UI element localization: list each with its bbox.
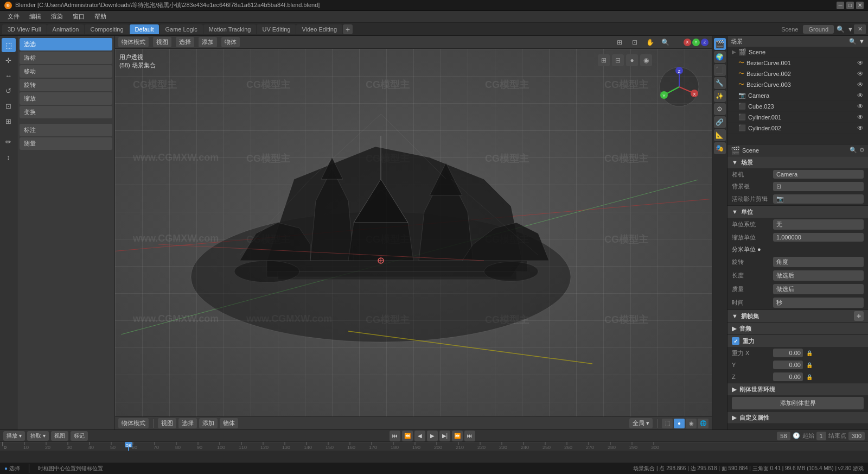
- visibility-icon-cyl1[interactable]: 👁: [857, 113, 864, 121]
- outliner-filter-icon[interactable]: ▼: [859, 38, 865, 45]
- viewport-area[interactable]: 用户透视 (58) 场景集合 CG模型主 CG模型主 CG模型主 CG模型主 C…: [115, 49, 712, 416]
- scene-section-header[interactable]: ▼ 场景: [727, 156, 868, 168]
- tab-3d-view-full[interactable]: 3D View Full: [2, 24, 47, 34]
- xray-toggle[interactable]: ⊟: [612, 54, 624, 66]
- tab-animation[interactable]: Animation: [47, 24, 85, 34]
- tab-game-logic[interactable]: Game Logic: [159, 24, 202, 34]
- tool-cursor[interactable]: ✛: [2, 53, 16, 67]
- visibility-icon-2[interactable]: 👁: [857, 70, 864, 78]
- audio-section-header[interactable]: ▶ 音频: [727, 323, 868, 334]
- outliner-item-bezier2[interactable]: 〜 BezierCurve.002 👁: [727, 68, 868, 79]
- props-settings-icon[interactable]: ⚙: [859, 147, 865, 154]
- visibility-icon-3[interactable]: 👁: [857, 81, 864, 89]
- collection-name[interactable]: Ground: [803, 25, 834, 34]
- prop-tab-modifier[interactable]: 🔧: [714, 77, 726, 89]
- tool-annotate[interactable]: ✏: [2, 135, 16, 149]
- object-btn-bottom[interactable]: 物体: [220, 418, 238, 428]
- prop-tab-physics[interactable]: ⚙: [714, 103, 726, 115]
- tab-uv-editing[interactable]: UV Editing: [257, 24, 296, 34]
- outliner-item-bezier3[interactable]: 〜 BezierCurve.003 👁: [727, 79, 868, 90]
- viewport-icon-1[interactable]: ⊞: [614, 37, 625, 48]
- timeline-body[interactable]: 0 10 20 30 40 50 58 60 70: [0, 442, 868, 463]
- mode-selector[interactable]: 物体模式: [118, 37, 149, 47]
- outliner-item-scene[interactable]: ▶ 🎬 Scene: [727, 47, 868, 58]
- panel-select-btn[interactable]: 选选: [20, 38, 112, 50]
- tool-scale[interactable]: ⊡: [2, 99, 16, 113]
- filter-icon[interactable]: ▼: [847, 26, 853, 33]
- add-btn-bottom[interactable]: 添加: [199, 418, 218, 428]
- add-rigidbody-button[interactable]: 添加刚体世界: [732, 397, 864, 409]
- step-fwd-btn[interactable]: ▶|: [439, 431, 450, 441]
- add-menu[interactable]: 添加: [199, 37, 217, 47]
- outliner-search-icon[interactable]: 🔍: [849, 38, 857, 45]
- close-button[interactable]: ✕: [856, 2, 864, 9]
- tab-video-editing[interactable]: Video Editing: [296, 24, 342, 34]
- prop-tab-constraints[interactable]: 🔗: [714, 116, 726, 128]
- gravity-checkbox[interactable]: ✓: [732, 337, 739, 345]
- tool-transform[interactable]: ⊞: [2, 114, 16, 128]
- outliner-item-camera[interactable]: 📷 Camera 👁: [727, 90, 868, 101]
- tool-move[interactable]: ↔: [2, 68, 16, 83]
- material-mode[interactable]: ◉: [686, 419, 697, 428]
- timeline-track[interactable]: [0, 451, 868, 463]
- gravity-section-header[interactable]: ✓ 重力: [727, 335, 868, 347]
- viewport-icon-2[interactable]: ⊡: [629, 37, 640, 48]
- outliner-item-bezier1[interactable]: 〜 BezierCurve.001 👁: [727, 58, 868, 68]
- clip-value[interactable]: 📷: [773, 194, 864, 204]
- snap-toggle[interactable]: 全局 ▾: [629, 418, 653, 428]
- units-section-header[interactable]: ▼ 单位: [727, 206, 868, 218]
- menu-edit[interactable]: 编辑: [25, 11, 46, 22]
- viewport-gizmo[interactable]: Z X Y: [658, 65, 701, 109]
- viewport-icon-search[interactable]: 🔍: [660, 37, 671, 48]
- keying-add-btn[interactable]: +: [854, 311, 864, 321]
- play-btn[interactable]: ▶: [427, 431, 438, 441]
- add-workspace-button[interactable]: +: [343, 24, 353, 34]
- x-axis-btn[interactable]: X: [684, 39, 691, 46]
- viewport-icon-grab[interactable]: ✋: [644, 37, 655, 48]
- tool-measure[interactable]: ↕: [2, 150, 16, 164]
- jump-next-btn[interactable]: ⏩: [452, 431, 463, 441]
- panel-rotate-btn[interactable]: 旋转: [20, 79, 112, 91]
- object-mode-bottom[interactable]: 物体模式: [118, 418, 149, 428]
- step-back-btn[interactable]: ◀: [414, 431, 425, 441]
- visibility-icon-cam[interactable]: 👁: [857, 92, 864, 99]
- object-menu[interactable]: 物体: [221, 37, 240, 47]
- gravity-x-lock[interactable]: 🔒: [806, 350, 813, 356]
- solid-mode[interactable]: ●: [674, 419, 685, 428]
- custom-props-header[interactable]: ▶ 自定义属性: [727, 412, 868, 424]
- overlay-toggle[interactable]: ⊞: [598, 54, 610, 66]
- start-frame-value[interactable]: 1: [816, 432, 826, 440]
- unit-scale-value[interactable]: 1.000000: [773, 233, 864, 242]
- close-collection-btn[interactable]: ✕: [854, 24, 866, 34]
- outliner-item-cyl2[interactable]: ⬛ Cylinder.002 👁: [727, 123, 868, 134]
- gravity-x-value[interactable]: 0.00: [773, 349, 803, 357]
- menu-render[interactable]: 渲染: [47, 11, 67, 22]
- prop-tab-scene[interactable]: 🎬: [714, 38, 726, 50]
- material-toggle[interactable]: ●: [626, 54, 638, 66]
- panel-measure-btn[interactable]: 测量: [20, 137, 112, 150]
- time-value[interactable]: 秒: [773, 298, 864, 308]
- minimize-button[interactable]: ─: [837, 2, 844, 9]
- playback-dropdown[interactable]: 播放 ▾: [3, 431, 25, 441]
- view-menu[interactable]: 视图: [153, 37, 171, 47]
- gravity-z-lock[interactable]: 🔒: [806, 374, 813, 380]
- panel-scale-btn[interactable]: 缩放: [20, 92, 112, 105]
- visibility-icon-cube[interactable]: 👁: [857, 103, 864, 110]
- view-dropdown[interactable]: 视图: [51, 431, 68, 441]
- mass-value[interactable]: 做选后: [773, 284, 864, 294]
- tab-compositing[interactable]: Compositing: [85, 24, 129, 34]
- panel-transform-btn[interactable]: 变换: [20, 106, 112, 118]
- unit-system-value[interactable]: 无: [773, 219, 864, 230]
- rotation-value[interactable]: 角度: [773, 257, 864, 267]
- jump-prev-btn[interactable]: ⏪: [402, 431, 413, 441]
- keying-section-header[interactable]: ▼ 插帧集 +: [727, 310, 868, 322]
- outliner-item-cyl1[interactable]: ⬛ Cylinder.001 👁: [727, 112, 868, 123]
- render-toggle[interactable]: ◉: [640, 54, 652, 66]
- camera-value[interactable]: Camera: [773, 170, 864, 179]
- gravity-y-lock[interactable]: 🔒: [806, 362, 813, 368]
- length-value[interactable]: 做选后: [773, 270, 864, 281]
- markers-btn[interactable]: 标记: [71, 431, 88, 441]
- panel-move-btn[interactable]: 移动: [20, 65, 112, 78]
- panel-cursor-btn[interactable]: 游标: [20, 52, 112, 64]
- tool-select[interactable]: ⬚: [2, 38, 16, 52]
